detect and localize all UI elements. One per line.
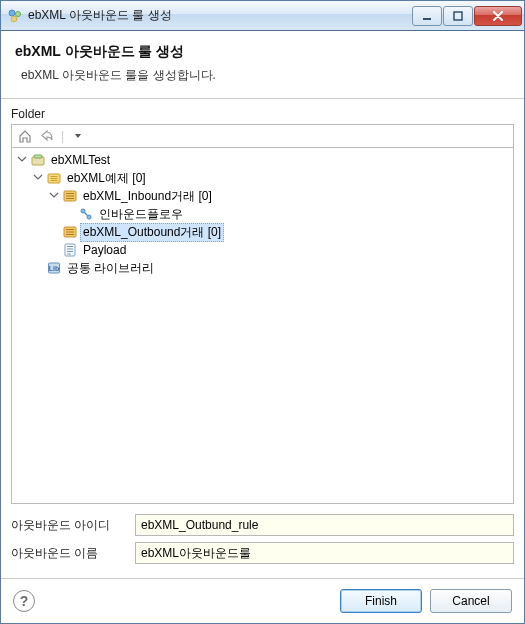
titlebar[interactable]: ebXML 아웃바운드 룰 생성 [1, 1, 524, 31]
maximize-button[interactable] [443, 6, 473, 26]
expander-spacer [48, 244, 60, 256]
dialog-content: Folder | [1, 99, 524, 578]
tree-item-payload[interactable]: Payload [48, 241, 511, 259]
svg-rect-22 [67, 246, 73, 247]
tree-toolbar: | [11, 124, 514, 147]
expander-icon[interactable] [48, 190, 60, 202]
expander-spacer [64, 208, 76, 220]
back-icon[interactable] [39, 128, 55, 144]
tree-label: Payload [80, 242, 129, 258]
transaction-icon [62, 224, 78, 240]
svg-point-16 [87, 215, 91, 219]
form-area: 아웃바운드 아이디 아웃바운드 이름 [11, 514, 514, 570]
dialog-title: ebXML 아웃바운드 룰 생성 [15, 43, 510, 61]
tree-item-outbound[interactable]: ebXML_Outbound거래 [0] [48, 223, 511, 241]
svg-rect-25 [67, 254, 71, 255]
expander-spacer [32, 262, 44, 274]
outbound-name-label: 아웃바운드 이름 [11, 545, 129, 562]
outbound-id-label: 아웃바운드 아이디 [11, 517, 129, 534]
svg-point-1 [15, 11, 20, 16]
dialog-footer: ? Finish Cancel [1, 578, 524, 623]
tree-item-inboundflow[interactable]: 인바운드플로우 [64, 205, 511, 223]
folder-tree[interactable]: ebXMLTest [11, 147, 514, 504]
svg-text:Lib: Lib [49, 265, 60, 272]
library-icon: Lib [46, 260, 62, 276]
window-title: ebXML 아웃바운드 룰 생성 [28, 7, 412, 24]
svg-point-0 [9, 10, 15, 16]
tree-item-inbound[interactable]: ebXML_Inbound거래 [0] [48, 187, 511, 205]
close-button[interactable] [474, 6, 522, 26]
tree-label: ebXMLTest [48, 152, 113, 168]
svg-rect-8 [51, 176, 58, 177]
svg-rect-4 [454, 12, 462, 20]
svg-rect-6 [34, 155, 42, 158]
tree-item-commonlib[interactable]: Lib 공통 라이브러리 [32, 259, 511, 277]
dialog-subtitle: ebXML 아웃바운드 룰을 생성합니다. [21, 67, 510, 84]
expander-spacer [48, 226, 60, 238]
svg-rect-10 [51, 180, 58, 181]
finish-button[interactable]: Finish [340, 589, 422, 613]
tree-label: 공통 라이브러리 [64, 259, 157, 278]
expander-icon[interactable] [32, 172, 44, 184]
svg-rect-20 [66, 234, 74, 235]
tree-label: 인바운드플로우 [96, 205, 186, 224]
folder-icon [46, 170, 62, 186]
dialog-window: ebXML 아웃바운드 룰 생성 ebXML 아웃바운드 룰 생성 ebXML … [0, 0, 525, 624]
svg-rect-19 [66, 232, 74, 233]
svg-rect-9 [51, 178, 58, 179]
project-icon [30, 152, 46, 168]
expander-icon[interactable] [16, 154, 28, 166]
minimize-button[interactable] [412, 6, 442, 26]
tree-label: ebXML_Inbound거래 [0] [80, 187, 215, 206]
tree-item-root[interactable]: ebXMLTest [16, 151, 511, 169]
dropdown-icon[interactable] [70, 128, 86, 144]
tree-item-example[interactable]: ebXML예제 [0] [32, 169, 511, 187]
window-controls [412, 6, 522, 26]
folder-label: Folder [11, 107, 514, 121]
flow-icon [78, 206, 94, 222]
svg-rect-18 [66, 229, 74, 230]
home-icon[interactable] [17, 128, 33, 144]
outbound-name-input[interactable] [135, 542, 514, 564]
dialog-header: ebXML 아웃바운드 룰 생성 ebXML 아웃바운드 룰을 생성합니다. [1, 31, 524, 99]
svg-rect-14 [66, 198, 74, 199]
payload-icon [62, 242, 78, 258]
cancel-button[interactable]: Cancel [430, 589, 512, 613]
svg-point-15 [81, 209, 85, 213]
svg-rect-12 [66, 193, 74, 194]
svg-point-2 [11, 16, 17, 22]
app-icon [7, 8, 23, 24]
outbound-id-input[interactable] [135, 514, 514, 536]
svg-rect-13 [66, 196, 74, 197]
svg-rect-23 [67, 249, 73, 250]
svg-rect-24 [67, 251, 73, 252]
tree-label: ebXML예제 [0] [64, 169, 149, 188]
svg-rect-3 [423, 18, 431, 20]
transaction-icon [62, 188, 78, 204]
help-icon[interactable]: ? [13, 590, 35, 612]
tree-label: ebXML_Outbound거래 [0] [80, 223, 224, 242]
